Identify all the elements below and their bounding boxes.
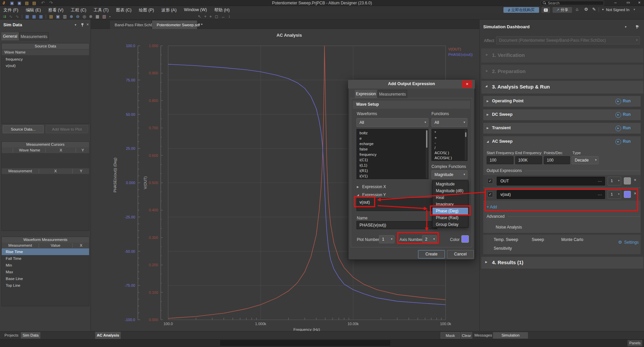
- function-option[interactable]: ACOS( ): [432, 150, 467, 155]
- expression-y-textarea[interactable]: v(out): [356, 198, 437, 211]
- toolbar-icon-10[interactable]: ▣: [56, 14, 60, 19]
- create-button[interactable]: Create: [418, 250, 445, 258]
- section-results[interactable]: ▶ 4. Results (1): [481, 257, 643, 269]
- waveform-measurement-row[interactable]: Min: [2, 262, 89, 269]
- save-all-icon[interactable]: ▣: [17, 1, 21, 5]
- doc-tab-schdoc[interactable]: Band-Pass Filter.SchDoc *: [110, 21, 152, 29]
- card-dc-sweep[interactable]: ▶ DC Sweep ▶ Run: [483, 109, 641, 120]
- redo-icon[interactable]: ↷: [49, 0, 53, 5]
- plot-number-select[interactable]: 1 ▾: [379, 235, 394, 243]
- toolbar-icon-6[interactable]: ▦: [32, 14, 36, 19]
- wave-row-frequency[interactable]: frequency: [2, 56, 89, 62]
- wfm-col-x[interactable]: X: [73, 243, 89, 248]
- cancel-button[interactable]: Cancel: [447, 250, 474, 258]
- run-icon[interactable]: ▶: [615, 99, 621, 104]
- waveform-measurement-row[interactable]: Max: [2, 269, 89, 275]
- settings-gear-icon[interactable]: ⚙: [618, 240, 622, 245]
- plot-number-select[interactable]: 1▾: [608, 190, 621, 199]
- functions-scrollbar[interactable]: [465, 130, 467, 160]
- section-analysis-setup[interactable]: ◢ 3. Analysis Setup & Run: [481, 81, 643, 94]
- remove-expression-icon[interactable]: ×: [634, 191, 636, 196]
- plot-number-select[interactable]: 1▾: [608, 177, 621, 185]
- toolbar-icon-17[interactable]: ▧: [102, 14, 106, 19]
- noise-analysis-checkbox[interactable]: [487, 224, 493, 230]
- waveform-measurement-row[interactable]: Fall Time: [2, 255, 89, 262]
- points-dec-input[interactable]: 100: [544, 156, 570, 164]
- section-preparation[interactable]: ▶ 2. Preparation: [481, 65, 643, 79]
- toolbar-icon-2[interactable]: ∿: [9, 14, 12, 19]
- measurement-col-y[interactable]: Y: [73, 168, 89, 174]
- more-options-button[interactable]: …: [598, 178, 602, 183]
- minimize-button[interactable]: –: [610, 0, 620, 6]
- toolbar-icon-9[interactable]: ▤: [49, 14, 53, 19]
- tab-ac-analysis[interactable]: AC Analysis: [95, 332, 121, 339]
- cursors-col-x[interactable]: X: [46, 147, 75, 153]
- affect-select[interactable]: Document (Potentiometer Sweep/Band-Pass …: [496, 36, 640, 44]
- start-frequency-input[interactable]: 100: [487, 156, 514, 164]
- dialog-color-swatch[interactable]: [461, 235, 469, 243]
- home-icon[interactable]: ⌂: [576, 7, 578, 12]
- add-expression-link[interactable]: + Add: [487, 205, 497, 209]
- cursors-col-wavename[interactable]: Wave Name: [14, 147, 45, 153]
- panels-button[interactable]: Panels: [628, 340, 642, 346]
- card-transient[interactable]: ▶ Transient ▶ Run: [483, 123, 641, 134]
- menu-item-5[interactable]: 工具 (T): [94, 7, 109, 13]
- function-option[interactable]: +: [432, 135, 467, 140]
- buy-online-button[interactable]: ∂ 立即在线购买: [503, 7, 539, 13]
- altium-logo-icon[interactable]: ∂: [3, 0, 5, 5]
- toolbar-icon-14[interactable]: ◎: [82, 14, 86, 19]
- chart-tool-icon-2[interactable]: +: [204, 14, 206, 19]
- menu-item-1[interactable]: 文件 (F): [3, 7, 18, 13]
- color-swatch[interactable]: [624, 177, 631, 184]
- share-button[interactable]: ↗ 分享: [553, 7, 572, 13]
- menu-item-10[interactable]: 帮助 (H): [214, 7, 230, 13]
- run-button[interactable]: Run: [623, 126, 631, 130]
- function-option[interactable]: ACOSH( ): [432, 155, 467, 161]
- dialog-tab-expression[interactable]: Expression: [355, 90, 377, 98]
- panel-dropdown-icon[interactable]: ▾: [75, 23, 76, 27]
- toolbar-icon-1[interactable]: ⇉: [3, 14, 6, 19]
- functions-filter-select[interactable]: All ▾: [431, 118, 467, 127]
- panel-close-icon[interactable]: ×: [637, 24, 639, 29]
- expression-x-label[interactable]: Expression X: [362, 184, 386, 189]
- menu-item-7[interactable]: 绘图 (P): [139, 7, 154, 13]
- complex-functions-select[interactable]: Magnitude ▾: [431, 170, 467, 179]
- toolbar-icon-5[interactable]: ▦: [25, 14, 29, 19]
- run-icon[interactable]: ▶: [615, 112, 621, 118]
- toolbar-icon-7[interactable]: ▦: [39, 14, 43, 19]
- run-icon[interactable]: ▶: [615, 126, 621, 131]
- comment-button[interactable]: +: [542, 7, 550, 13]
- wfm-col-value[interactable]: Value: [40, 243, 71, 248]
- complex-functions-popup[interactable]: MagnitudeMagnitude (dB)RealImaginaryPhas…: [432, 180, 468, 228]
- complex-function-option[interactable]: Magnitude: [432, 181, 468, 187]
- maximize-button[interactable]: ▭: [623, 0, 633, 6]
- complex-function-option[interactable]: Magnitude (dB): [432, 187, 468, 194]
- waveform-measurement-row[interactable]: Base Line: [2, 275, 89, 282]
- more-options-button[interactable]: …: [598, 191, 602, 196]
- open-project-icon[interactable]: ▤: [32, 1, 36, 5]
- sweep-checkbox[interactable]: [525, 237, 530, 242]
- chart-tool-icon-5[interactable]: ↔: [221, 14, 225, 19]
- save-icon[interactable]: ▣: [10, 1, 14, 5]
- toolbar-icon-11[interactable]: ▥: [63, 14, 67, 19]
- waveform-option[interactable]: i(L1): [357, 163, 428, 168]
- panel-dropdown-icon[interactable]: ▾: [625, 25, 627, 29]
- run-button[interactable]: Run: [623, 99, 631, 103]
- doc-tab-sdf[interactable]: Potentiometer Sweep.sdf *: [152, 21, 197, 29]
- functions-list[interactable]: *+-/ACOS( )ACOSH( ): [431, 129, 467, 161]
- waveforms-list[interactable]: boltzeechargefalsefrequencyi(C1)i(L1)i(R…: [356, 129, 428, 179]
- tab-simulation-dashboard[interactable]: Simulation Dashboard: [493, 332, 528, 339]
- toolbar-icon-13[interactable]: ⊖: [76, 14, 79, 19]
- wave-name-column-header[interactable]: Wave Name: [2, 49, 89, 55]
- menu-item-2[interactable]: 编辑 (E): [26, 7, 41, 13]
- function-option[interactable]: *: [432, 130, 467, 135]
- menu-item-8[interactable]: 波形 (A): [161, 7, 177, 13]
- sign-in-label[interactable]: Not Signed In: [606, 8, 630, 12]
- sensitivity-checkbox[interactable]: [487, 246, 492, 251]
- expanded-icon[interactable]: ◢: [487, 140, 489, 143]
- wfm-col-measurement[interactable]: Measurement: [3, 243, 38, 248]
- chart-tool-icon-1[interactable]: ↖: [198, 14, 201, 19]
- complex-function-option[interactable]: Imaginary: [432, 201, 468, 208]
- waveform-option[interactable]: false: [357, 146, 428, 152]
- color-swatch[interactable]: [624, 191, 631, 198]
